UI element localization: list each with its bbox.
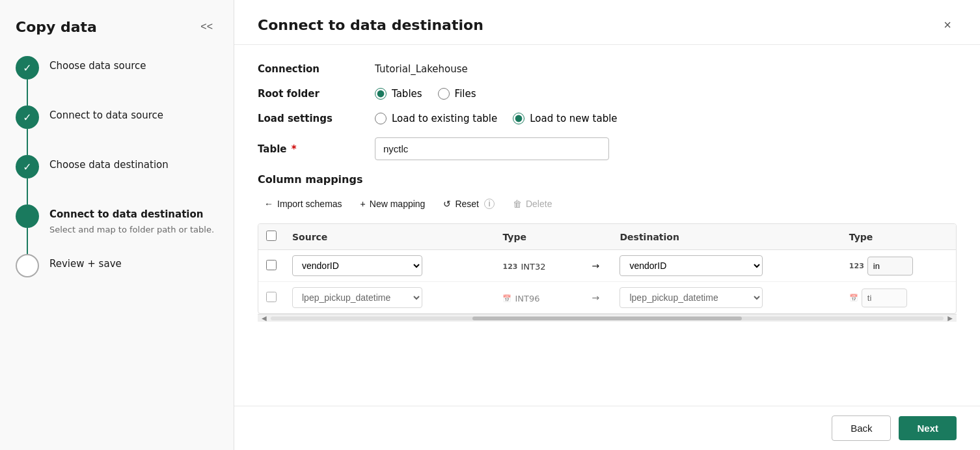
root-folder-files-option[interactable]: Files [438, 88, 476, 100]
table-row: vendorID 123 INT32 → vendorID 123 [258, 250, 956, 282]
step-label-choose-data-destination: Choose data destination [49, 159, 218, 172]
load-existing-table-label: Load to existing table [392, 113, 497, 124]
load-new-table-radio[interactable] [513, 113, 524, 124]
select-all-checkbox[interactable] [266, 231, 277, 241]
root-folder-tables-label: Tables [392, 88, 422, 100]
table-header-row: Source Type Destination Type [258, 224, 956, 250]
step-circle-choose-data-source: ✓ [16, 56, 39, 79]
dest-type-icon-1: 📅 [849, 294, 858, 302]
step-content-review-save: Review + save [49, 254, 218, 271]
check-icon: ✓ [23, 62, 31, 74]
scroll-track [271, 316, 944, 320]
dest-cell-1: lpep_pickup_datetime [612, 282, 841, 314]
root-folder-options: Tables Files [375, 88, 476, 100]
back-button[interactable]: Back [832, 415, 891, 441]
header-source-type: Type [495, 224, 579, 250]
source-type-cell-1: 📅 INT96 [495, 282, 579, 314]
scroll-right-arrow[interactable]: ▶ [946, 315, 954, 322]
row-checkbox-1[interactable] [266, 292, 277, 302]
header-arrow [579, 224, 612, 250]
source-type-cell-0: 123 INT32 [495, 250, 579, 282]
header-destination: Destination [612, 224, 841, 250]
load-settings-row: Load settings Load to existing table Loa… [258, 113, 957, 124]
load-new-table-label: Load to new table [530, 113, 617, 124]
import-schemas-button[interactable]: ← Import schemas [258, 195, 349, 213]
main-footer: Back Next [234, 406, 980, 450]
connection-value: Tutorial_Lakehouse [375, 63, 468, 75]
step-connector-choose-data-source: ✓ [16, 56, 39, 105]
mapping-table: Source Type Destination Type vendorID [258, 224, 956, 313]
source-type-icon-0: 123 [502, 262, 517, 271]
dest-type-badge-1: 📅 [849, 288, 907, 307]
step-circle-connect-to-data-source: ✓ [16, 105, 39, 129]
mapping-toolbar: ← Import schemas + New mapping ↺ Reset i… [258, 195, 957, 213]
step-review-save: Review + save [16, 254, 218, 277]
dest-cell-0: vendorID [612, 250, 841, 282]
reset-button[interactable]: ↺ Reset i [437, 195, 501, 213]
main-panel: Connect to data destination × Connection… [234, 0, 980, 450]
dest-type-input-1[interactable] [862, 288, 907, 307]
dest-type-input-0[interactable] [867, 257, 913, 275]
import-schemas-icon: ← [264, 199, 273, 209]
step-circle-choose-data-destination: ✓ [16, 155, 39, 178]
required-indicator: * [288, 143, 296, 155]
row-checkbox-0[interactable] [266, 260, 277, 270]
table-row: Table * [258, 137, 957, 160]
load-new-table-option[interactable]: Load to new table [513, 113, 617, 124]
load-existing-table-option[interactable]: Load to existing table [375, 113, 497, 124]
close-button[interactable]: × [938, 16, 957, 34]
source-type-badge-1: 📅 INT96 [502, 294, 539, 303]
step-line-choose-data-source [27, 79, 28, 105]
connection-row: Connection Tutorial_Lakehouse [258, 63, 957, 75]
step-connector-review-save [16, 254, 39, 277]
main-body: Connection Tutorial_Lakehouse Root folde… [234, 45, 980, 406]
step-connect-to-data-destination: Connect to data destination Select and m… [16, 204, 218, 254]
source-select-0[interactable]: vendorID [292, 255, 422, 276]
next-button[interactable]: Next [899, 416, 957, 440]
root-folder-tables-option[interactable]: Tables [375, 88, 422, 100]
column-mappings-section: Column mappings ← Import schemas + New m… [258, 173, 957, 322]
dest-select-0[interactable]: vendorID [619, 255, 763, 276]
root-folder-tables-radio[interactable] [375, 88, 387, 100]
horizontal-scrollbar[interactable]: ◀ ▶ [258, 314, 957, 322]
dest-type-cell-1: 📅 [841, 282, 956, 314]
source-select-1[interactable]: lpep_pickup_datetime [292, 287, 422, 308]
import-schemas-label: Import schemas [277, 199, 342, 209]
reset-label: Reset [455, 199, 479, 209]
step-choose-data-source: ✓ Choose data source [16, 56, 218, 105]
new-mapping-button[interactable]: + New mapping [354, 195, 432, 213]
source-cell-1: lpep_pickup_datetime [284, 282, 495, 314]
collapse-button[interactable]: << [195, 18, 218, 35]
step-label-choose-data-source: Choose data source [49, 60, 218, 73]
step-label-review-save: Review + save [49, 258, 218, 271]
step-line-connect-to-data-destination [27, 228, 28, 254]
root-folder-files-radio[interactable] [438, 88, 450, 100]
step-content-connect-to-data-source: Connect to data source [49, 105, 218, 122]
step-choose-data-destination: ✓ Choose data destination [16, 155, 218, 204]
step-circle-review-save [16, 254, 39, 277]
step-line-connect-to-data-source [27, 129, 28, 155]
load-existing-table-radio[interactable] [375, 113, 387, 124]
load-settings-options: Load to existing table Load to new table [375, 113, 618, 124]
header-source: Source [284, 224, 495, 250]
delete-button[interactable]: 🗑 Delete [506, 195, 558, 213]
table-input[interactable] [375, 137, 609, 160]
source-type-label-0: INT32 [521, 262, 545, 272]
dest-select-1[interactable]: lpep_pickup_datetime [619, 287, 763, 308]
dest-type-cell-0: 123 [841, 250, 956, 282]
step-connect-to-data-source: ✓ Connect to data source [16, 105, 218, 155]
header-dest-type: Type [841, 224, 956, 250]
root-folder-row: Root folder Tables Files [258, 88, 957, 100]
connection-label: Connection [258, 63, 375, 75]
header-select-all [258, 224, 284, 250]
step-connector-connect-to-data-destination [16, 204, 39, 254]
step-circle-connect-to-data-destination [16, 204, 39, 228]
check-icon: ✓ [23, 161, 31, 173]
column-mappings-title: Column mappings [258, 173, 957, 186]
arrow-cell-1: → [579, 282, 612, 314]
step-content-connect-to-data-destination: Connect to data destination Select and m… [49, 204, 218, 236]
root-folder-label: Root folder [258, 88, 375, 100]
check-icon: ✓ [23, 111, 31, 124]
scroll-left-arrow[interactable]: ◀ [260, 315, 268, 322]
delete-label: Delete [526, 199, 552, 209]
